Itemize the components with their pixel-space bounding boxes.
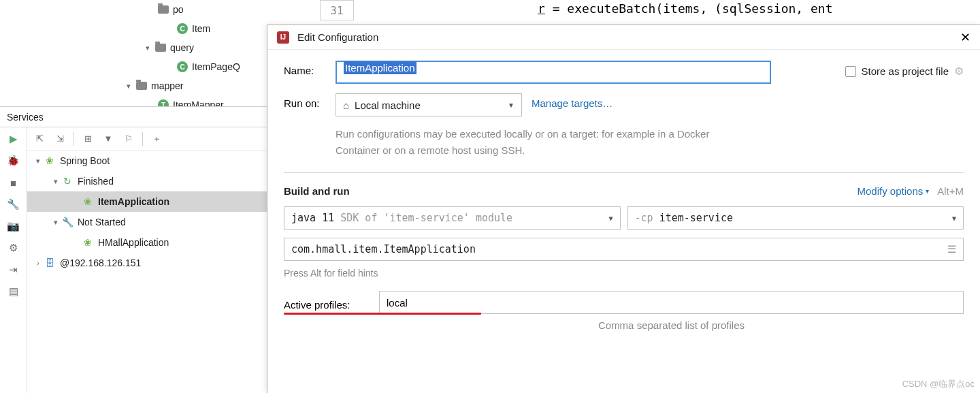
- chevron-down-icon: ▼: [508, 101, 514, 109]
- dialog-title: Edit Configuration: [297, 31, 378, 43]
- code-line: r = executeBatch(items, (sqlSession, ent: [538, 1, 832, 16]
- tree-label: ItemPageQ: [192, 61, 240, 72]
- intellij-icon: IJ: [277, 31, 289, 44]
- services-side-toolbar: ▶ 🐞 ■ 🔧 📷 ⚙ ⇥ ▤: [0, 127, 27, 393]
- classpath-select[interactable]: -cp item-service ▼: [627, 206, 964, 230]
- refresh-icon: ↻: [61, 175, 74, 187]
- chevron-down-icon: ▼: [608, 215, 612, 222]
- services-title: Services: [7, 112, 44, 123]
- edit-configuration-dialog: IJ Edit Configuration ✕ Name: ItemApplic…: [267, 25, 980, 393]
- database-icon: 🗄: [44, 257, 56, 269]
- settings-icon[interactable]: ⚙: [6, 240, 21, 255]
- chevron-down-icon[interactable]: ▾: [50, 218, 61, 227]
- folder-icon: [136, 82, 147, 90]
- field-hint: Press Alt for field hints: [284, 268, 964, 279]
- bookmark-icon[interactable]: ⚐: [122, 132, 135, 146]
- main-class-input[interactable]: com.hmall.item.ItemApplication ☰: [284, 238, 964, 261]
- camera-icon[interactable]: 📷: [6, 219, 21, 234]
- tree-item[interactable]: ▾ mapper: [0, 76, 265, 95]
- node-label: Finished: [78, 176, 114, 187]
- node-label: Not Started: [78, 217, 126, 227]
- tree-label: query: [170, 42, 194, 53]
- active-profiles-label: Active profiles:: [284, 295, 379, 311]
- chevron-down-icon[interactable]: ▾: [33, 157, 44, 166]
- stop-icon[interactable]: ■: [6, 175, 21, 190]
- tree-label: po: [173, 4, 184, 15]
- node-label: @192.168.126.151: [60, 257, 141, 268]
- tree-label: mapper: [151, 80, 183, 91]
- list-icon[interactable]: ☰: [947, 243, 956, 255]
- chevron-down-icon[interactable]: ▾: [50, 177, 61, 186]
- runon-hint: Run configurations may be executed local…: [336, 126, 717, 159]
- profiles-hint: Comma separated list of profiles: [379, 319, 964, 331]
- folder-icon: [158, 5, 169, 14]
- home-icon: ⌂: [343, 99, 349, 111]
- tree-label: Item: [192, 23, 210, 34]
- chevron-down-icon: ▼: [952, 215, 956, 222]
- active-profiles-input[interactable]: [379, 291, 964, 314]
- chevron-right-icon[interactable]: ›: [33, 259, 44, 267]
- name-label: Name:: [284, 61, 336, 76]
- folder-icon: [155, 44, 166, 52]
- chevron-down-icon[interactable]: ▾: [143, 44, 152, 52]
- layout-icon[interactable]: ▤: [6, 284, 21, 299]
- runon-value: Local machine: [355, 99, 421, 111]
- import-icon[interactable]: ⇥: [6, 262, 21, 277]
- tree-item[interactable]: C ItemPageQ: [0, 57, 265, 76]
- debug-icon[interactable]: 🐞: [6, 153, 21, 168]
- chevron-down-icon[interactable]: ▾: [124, 82, 133, 91]
- tree-item[interactable]: ▾ query: [0, 38, 265, 57]
- collapse-all-icon[interactable]: ⇲: [53, 132, 67, 146]
- spring-icon: ❀: [44, 155, 56, 167]
- node-label: HMallApplication: [98, 237, 169, 248]
- wrench-icon: 🔧: [61, 216, 74, 228]
- spring-icon: ❀: [82, 236, 94, 249]
- group-icon[interactable]: ⊞: [81, 132, 95, 146]
- node-label: Spring Boot: [60, 155, 110, 166]
- manage-targets-link[interactable]: Manage targets…: [532, 93, 612, 109]
- runon-label: Run on:: [284, 93, 336, 109]
- project-tree: po C Item ▾ query C ItemPageQ ▾ mapper T…: [0, 0, 265, 114]
- modify-options-link[interactable]: Modify options ▾: [858, 185, 930, 197]
- gear-icon[interactable]: ⚙: [954, 65, 964, 78]
- class-icon: C: [177, 61, 188, 72]
- expand-all-icon[interactable]: ⇱: [33, 132, 46, 146]
- dialog-titlebar: IJ Edit Configuration ✕: [267, 25, 980, 50]
- class-icon: C: [177, 23, 188, 34]
- node-label: ItemApplication: [98, 196, 169, 207]
- build-and-run-title: Build and run: [284, 185, 350, 197]
- annotation-underline: [284, 313, 481, 315]
- filter-icon[interactable]: ▼: [101, 132, 115, 146]
- add-icon[interactable]: ＋: [150, 132, 163, 146]
- shortcut-hint: Alt+M: [937, 185, 964, 197]
- chevron-down-icon: ▾: [926, 187, 929, 195]
- sdk-select[interactable]: java 11 SDK of 'item-service' module ▼: [284, 206, 621, 230]
- store-label: Store as project file: [862, 65, 949, 77]
- close-icon[interactable]: ✕: [960, 30, 970, 45]
- runon-select[interactable]: ⌂ Local machine ▼: [336, 93, 522, 116]
- wrench-icon[interactable]: 🔧: [6, 197, 21, 212]
- tree-item[interactable]: po: [0, 0, 265, 19]
- store-as-project-file-checkbox[interactable]: [845, 66, 856, 77]
- line-number: 31: [320, 0, 354, 20]
- tree-item[interactable]: C Item: [0, 19, 265, 38]
- run-icon[interactable]: ▶: [6, 131, 21, 146]
- name-input[interactable]: ItemApplication: [336, 61, 771, 84]
- spring-icon: ❀: [82, 195, 94, 208]
- watermark: CSDN @临界点oc: [902, 378, 975, 390]
